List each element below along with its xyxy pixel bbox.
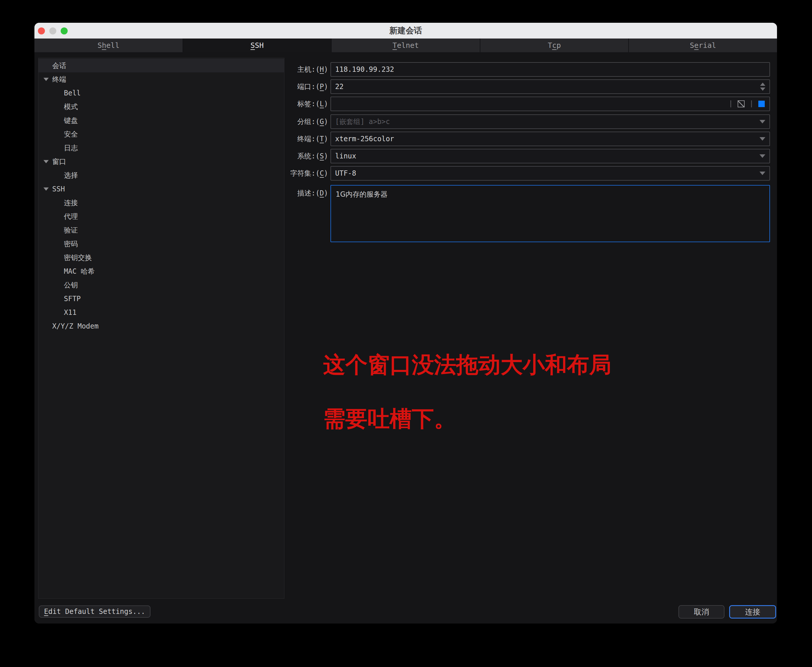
host-input[interactable]	[335, 65, 766, 73]
tree-item-public-key[interactable]: 公钥	[38, 278, 284, 292]
system-label: 系统:(S)	[288, 151, 328, 161]
annotation-line-2: 需要吐槽下。	[323, 404, 456, 434]
system-row: 系统:(S) linux	[288, 149, 770, 163]
group-row: 分组:(G)	[288, 114, 770, 129]
collapse-arrow-icon[interactable]	[43, 187, 49, 191]
collapse-arrow-icon[interactable]	[43, 78, 49, 81]
spinner-down-icon[interactable]	[760, 88, 766, 91]
tag-color-swatches	[730, 100, 765, 107]
new-session-dialog: 新建会话 Shell SSH Telnet Tcp Serial 会话 终端 B…	[35, 23, 777, 624]
tab-telnet[interactable]: Telnet	[331, 38, 481, 52]
settings-tree: 会话 终端 Bell 模式 键盘 安全 日志 窗口 选择 SSH 连接 代理 验…	[38, 58, 284, 599]
tree-item-key-exchange[interactable]: 密钥交换	[38, 251, 284, 264]
connect-button[interactable]: 连接	[729, 605, 776, 619]
tree-item-bell[interactable]: Bell	[38, 86, 284, 100]
tree-item-log[interactable]: 日志	[38, 141, 284, 154]
tab-ssh-label: SSH	[250, 41, 263, 50]
group-label: 分组:(G)	[288, 117, 328, 126]
edit-default-settings-label: Edit Default Settings...	[44, 607, 145, 616]
protocol-tabs: Shell SSH Telnet Tcp Serial	[35, 38, 777, 52]
dialog-content: 会话 终端 Bell 模式 键盘 安全 日志 窗口 选择 SSH 连接 代理 验…	[35, 52, 777, 624]
collapse-arrow-icon[interactable]	[43, 160, 49, 163]
dropdown-arrow-icon[interactable]	[759, 137, 766, 141]
terminal-select-value: xterm-256color	[335, 135, 394, 143]
tag-field-frame	[330, 96, 770, 111]
description-label: 描述:(D)	[288, 189, 328, 198]
close-button[interactable]	[38, 27, 45, 35]
title-bar: 新建会话	[35, 23, 777, 38]
tree-item-window[interactable]: 窗口	[38, 154, 284, 168]
tree-item-security[interactable]: 安全	[38, 127, 284, 141]
tab-serial[interactable]: Serial	[629, 38, 777, 52]
tree-item-keyboard[interactable]: 键盘	[38, 113, 284, 127]
tree-item-terminal[interactable]: 终端	[38, 72, 284, 86]
annotation-line-1: 这个窗口没法拖动大小和布局	[323, 350, 611, 380]
tab-serial-label: Serial	[690, 41, 716, 50]
charset-select[interactable]: UTF-8	[330, 166, 770, 181]
description-row: 描述:(D) 1G内存的服务器	[288, 185, 770, 242]
tag-row: 标签:(L)	[288, 96, 770, 111]
tab-tcp-label: Tcp	[548, 41, 561, 50]
tab-ssh[interactable]: SSH	[183, 38, 332, 52]
system-select[interactable]: linux	[330, 149, 770, 163]
dropdown-arrow-icon[interactable]	[759, 154, 766, 158]
port-input[interactable]	[335, 83, 766, 91]
terminal-select[interactable]: xterm-256color	[330, 131, 770, 146]
cancel-button[interactable]: 取消	[678, 605, 724, 619]
tree-item-xyz-modem[interactable]: X/Y/Z Modem	[38, 319, 284, 333]
port-spinner[interactable]	[760, 83, 766, 91]
swatch-separator	[730, 100, 731, 107]
tree-item-mac-hash[interactable]: MAC 哈希	[38, 264, 284, 278]
charset-select-value: UTF-8	[335, 169, 356, 178]
tree-item-connect[interactable]: 连接	[38, 196, 284, 209]
port-row: 端口:(P)	[288, 80, 770, 94]
minimize-button[interactable]	[49, 27, 56, 35]
group-field-frame	[330, 114, 770, 129]
tab-telnet-label: Telnet	[393, 41, 419, 50]
tab-tcp[interactable]: Tcp	[481, 38, 629, 52]
tree-item-select[interactable]: 选择	[38, 168, 284, 182]
tree-item-proxy[interactable]: 代理	[38, 209, 284, 223]
traffic-lights	[38, 27, 68, 35]
port-label: 端口:(P)	[288, 82, 328, 91]
window-title: 新建会话	[389, 25, 422, 36]
charset-label: 字符集:(C)	[288, 169, 328, 178]
port-field-frame	[330, 80, 770, 94]
host-row: 主机:(H)	[288, 62, 770, 77]
host-field-frame	[330, 62, 770, 77]
host-label: 主机:(H)	[288, 65, 328, 74]
dropdown-arrow-icon[interactable]	[759, 120, 766, 123]
tree-item-x11[interactable]: X11	[38, 305, 284, 319]
dropdown-arrow-icon[interactable]	[759, 172, 766, 175]
swatch-separator	[751, 100, 752, 107]
no-color-swatch-icon[interactable]	[737, 100, 745, 107]
group-combo-input[interactable]	[335, 118, 766, 126]
spinner-up-icon[interactable]	[760, 83, 766, 86]
tree-item-session[interactable]: 会话	[38, 59, 284, 72]
description-textarea[interactable]: 1G内存的服务器	[330, 185, 770, 242]
tag-input[interactable]	[335, 100, 766, 108]
zoom-button[interactable]	[61, 27, 68, 35]
system-select-value: linux	[335, 152, 356, 160]
tab-shell[interactable]: Shell	[35, 38, 183, 52]
edit-default-settings-button[interactable]: Edit Default Settings...	[39, 606, 151, 618]
tree-item-auth[interactable]: 验证	[38, 223, 284, 237]
tab-shell-label: Shell	[98, 41, 119, 50]
charset-row: 字符集:(C) UTF-8	[288, 166, 770, 181]
tree-item-mode[interactable]: 模式	[38, 100, 284, 113]
tree-item-sftp[interactable]: SFTP	[38, 292, 284, 305]
tag-label: 标签:(L)	[288, 99, 328, 108]
tree-item-password[interactable]: 密码	[38, 237, 284, 251]
terminal-row: 终端:(T) xterm-256color	[288, 131, 770, 146]
terminal-label: 终端:(T)	[288, 134, 328, 144]
blue-color-swatch-icon[interactable]	[758, 101, 765, 107]
tree-item-ssh[interactable]: SSH	[38, 182, 284, 196]
